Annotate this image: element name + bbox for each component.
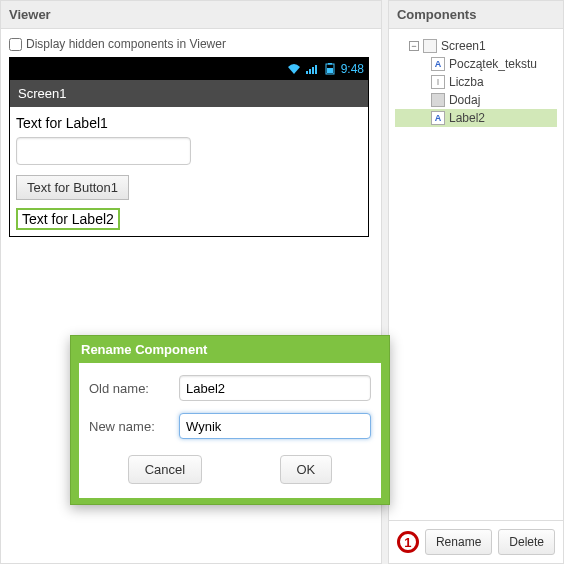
screen-icon (423, 39, 437, 53)
svg-rect-1 (309, 69, 311, 74)
svg-rect-0 (306, 71, 308, 74)
rename-button[interactable]: Rename (425, 529, 492, 555)
status-time: 9:48 (341, 62, 364, 76)
components-panel: Components − Screen1 A Początek_tekstu I… (388, 0, 564, 564)
textbox1[interactable] (16, 137, 191, 165)
button-icon (431, 93, 445, 107)
wifi-icon (287, 63, 301, 75)
tree-item-screen1[interactable]: − Screen1 (395, 37, 557, 55)
new-name-input[interactable] (179, 413, 371, 439)
tree-item-label2[interactable]: A Label2 (395, 109, 557, 127)
label-icon: A (431, 111, 445, 125)
svg-rect-3 (315, 65, 317, 74)
tree-item-label: Screen1 (441, 39, 486, 53)
new-name-label: New name: (89, 419, 179, 434)
tree-item-label: Początek_tekstu (449, 57, 537, 71)
rename-dialog: Rename Component Old name: New name: Can… (70, 335, 390, 505)
battery-icon (323, 63, 337, 75)
status-bar: 9:48 (10, 58, 368, 80)
phone-content: Text for Label1 Text for Button1 Text fo… (10, 107, 368, 236)
tree-item-dodaj[interactable]: Dodaj (395, 91, 557, 109)
collapse-icon[interactable]: − (409, 41, 419, 51)
dialog-actions: Cancel OK (89, 451, 371, 492)
delete-button[interactable]: Delete (498, 529, 555, 555)
signal-icon (305, 63, 319, 75)
dialog-body: Old name: New name: Cancel OK (79, 363, 381, 498)
label2[interactable]: Text for Label2 (16, 208, 120, 230)
svg-rect-5 (328, 63, 332, 65)
old-name-input[interactable] (179, 375, 371, 401)
components-title: Components (389, 1, 563, 29)
tree-item-poczatek[interactable]: A Początek_tekstu (395, 55, 557, 73)
ok-button[interactable]: OK (280, 455, 333, 484)
tree-item-label: Liczba (449, 75, 484, 89)
display-hidden-checkbox-input[interactable] (9, 38, 22, 51)
step-marker: 1 (397, 531, 419, 553)
tree-item-label: Label2 (449, 111, 485, 125)
components-footer: 1 Rename Delete (389, 520, 563, 563)
tree-item-liczba[interactable]: I Liczba (395, 73, 557, 91)
viewer-title: Viewer (1, 1, 381, 29)
label1[interactable]: Text for Label1 (16, 115, 362, 131)
display-hidden-checkbox[interactable]: Display hidden components in Viewer (9, 37, 373, 51)
textbox-icon: I (431, 75, 445, 89)
cancel-button[interactable]: Cancel (128, 455, 202, 484)
old-name-label: Old name: (89, 381, 179, 396)
screen-title: Screen1 (10, 80, 368, 107)
dialog-title: Rename Component (71, 336, 389, 363)
label-icon: A (431, 57, 445, 71)
svg-rect-6 (327, 68, 333, 73)
tree-item-label: Dodaj (449, 93, 480, 107)
new-name-row: New name: (89, 413, 371, 439)
components-tree: − Screen1 A Początek_tekstu I Liczba Dod… (389, 29, 563, 520)
button1[interactable]: Text for Button1 (16, 175, 129, 200)
phone-preview: 9:48 Screen1 Text for Label1 Text for Bu… (9, 57, 369, 237)
old-name-row: Old name: (89, 375, 371, 401)
display-hidden-label: Display hidden components in Viewer (26, 37, 226, 51)
svg-rect-2 (312, 67, 314, 74)
